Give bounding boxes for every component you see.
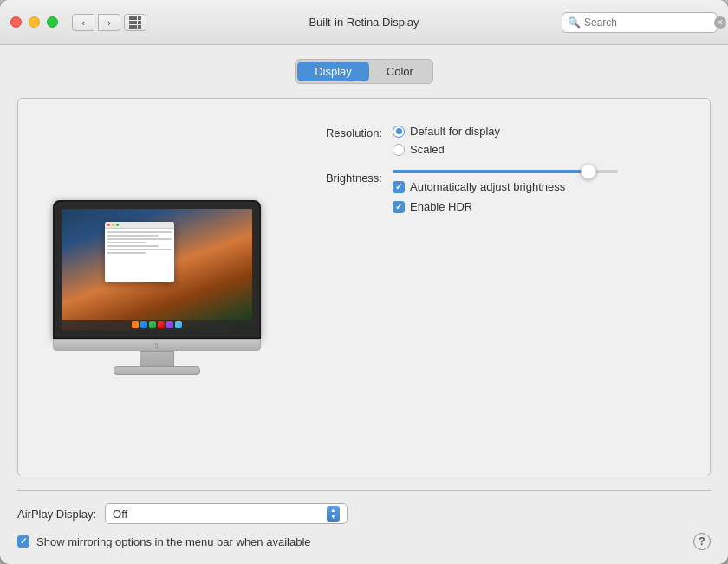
checkbox-check-icon: ✓	[395, 183, 402, 191]
fake-line	[107, 245, 159, 247]
chevron-down-icon: ▼	[330, 514, 336, 521]
auto-brightness-label: Automatically adjust brightness	[410, 180, 565, 193]
fake-window-titlebar	[105, 222, 174, 229]
dock-icon	[149, 321, 156, 328]
back-button[interactable]: ‹	[72, 14, 94, 31]
fake-dock	[62, 320, 252, 330]
airplay-row: AirPlay Display: Off ▲ ▼	[17, 503, 711, 524]
fake-close-dot	[107, 224, 110, 226]
window-title: Built-in Retina Display	[309, 16, 419, 29]
resolution-scaled-option[interactable]: Scaled	[393, 143, 500, 156]
mirroring-check-icon: ✓	[20, 537, 27, 546]
fake-line	[107, 252, 146, 254]
back-icon: ‹	[81, 17, 85, 28]
display-panel:  Resolution: Default for	[17, 98, 711, 476]
brightness-slider-thumb[interactable]	[581, 164, 596, 179]
mirroring-label: Show mirroring options in the menu bar w…	[36, 535, 311, 548]
help-button[interactable]: ?	[693, 533, 711, 550]
titlebar: ‹ › Built-in Retina Display 🔍 ✕	[0, 0, 728, 45]
brightness-slider-container[interactable]	[393, 170, 618, 173]
fake-line	[107, 249, 172, 250]
grid-icon	[129, 16, 141, 29]
monitor-base	[114, 366, 200, 375]
tab-color[interactable]: Color	[369, 62, 431, 81]
mirroring-checkbox[interactable]: ✓	[17, 535, 29, 548]
close-button[interactable]	[10, 16, 22, 28]
resolution-scaled-label: Scaled	[410, 143, 445, 156]
forward-icon: ›	[107, 17, 111, 28]
nav-buttons: ‹ ›	[72, 14, 120, 31]
enable-hdr-checkbox[interactable]: ✓	[393, 201, 405, 213]
resolution-label: Resolution:	[304, 125, 382, 139]
bottom-bar: AirPlay Display: Off ▲ ▼ ✓ Show mirrorin…	[17, 490, 711, 550]
chevron-up-icon: ▲	[330, 507, 336, 514]
brightness-label: Brightness:	[304, 170, 382, 185]
tab-display[interactable]: Display	[297, 62, 369, 81]
search-icon: 🔍	[568, 16, 581, 29]
tab-group: Display Color	[295, 59, 433, 84]
tabs-container: Display Color	[17, 59, 711, 84]
dock-icon	[140, 321, 147, 328]
dock-icon	[132, 321, 139, 328]
resolution-row: Resolution: Default for display Scaled	[304, 125, 692, 156]
fake-line	[107, 235, 159, 237]
brightness-row: Brightness: ✓ Automatically adjust brigh…	[304, 170, 692, 213]
fake-desktop	[62, 209, 252, 330]
fake-minimize-dot	[112, 224, 114, 226]
monitor-container: 	[36, 116, 278, 458]
search-box[interactable]: 🔍 ✕	[562, 12, 718, 33]
main-window: ‹ › Built-in Retina Display 🔍 ✕ Display	[0, 0, 728, 564]
search-input[interactable]	[584, 16, 714, 29]
mirroring-row[interactable]: ✓ Show mirroring options in the menu bar…	[17, 533, 711, 550]
enable-hdr-row[interactable]: ✓ Enable HDR	[393, 200, 618, 213]
airplay-value: Off	[113, 508, 327, 521]
settings-panel: Resolution: Default for display Scaled	[304, 116, 692, 458]
search-clear-button[interactable]: ✕	[714, 16, 726, 29]
dock-icon	[166, 321, 173, 328]
resolution-controls: Default for display Scaled	[393, 125, 500, 156]
resolution-scaled-radio[interactable]	[393, 144, 405, 156]
auto-brightness-row[interactable]: ✓ Automatically adjust brightness	[393, 180, 618, 193]
monitor-neck	[140, 351, 174, 366]
monitor-screen	[62, 209, 252, 330]
monitor-graphic: 	[53, 200, 261, 375]
brightness-slider-track[interactable]	[393, 170, 618, 173]
dock-icon	[158, 321, 165, 328]
enable-hdr-label: Enable HDR	[410, 200, 472, 213]
apple-logo: 	[155, 341, 158, 350]
monitor-screen-outer	[53, 200, 261, 339]
forward-button[interactable]: ›	[98, 14, 120, 31]
select-arrows-icon: ▲ ▼	[327, 506, 340, 522]
fake-line	[107, 231, 172, 233]
maximize-button[interactable]	[47, 16, 58, 28]
monitor-chin: 	[53, 339, 261, 351]
minimize-button[interactable]	[29, 16, 40, 28]
traffic-lights	[10, 16, 58, 28]
dock-icon	[175, 321, 182, 328]
checkbox-check-icon: ✓	[395, 203, 402, 211]
airplay-select[interactable]: Off ▲ ▼	[105, 503, 348, 524]
auto-brightness-checkbox[interactable]: ✓	[393, 181, 405, 193]
fake-window	[105, 222, 174, 282]
resolution-default-option[interactable]: Default for display	[393, 125, 500, 138]
brightness-controls: ✓ Automatically adjust brightness ✓ Enab…	[393, 170, 618, 213]
resolution-default-label: Default for display	[410, 125, 500, 138]
fake-maximize-dot	[116, 224, 119, 226]
fake-line	[107, 242, 146, 243]
grid-view-button[interactable]	[124, 14, 146, 31]
airplay-label: AirPlay Display:	[17, 508, 96, 521]
fake-line	[107, 238, 172, 240]
resolution-default-radio[interactable]	[393, 126, 405, 138]
fake-window-content	[105, 229, 174, 258]
content-area: Display Color	[0, 45, 728, 564]
